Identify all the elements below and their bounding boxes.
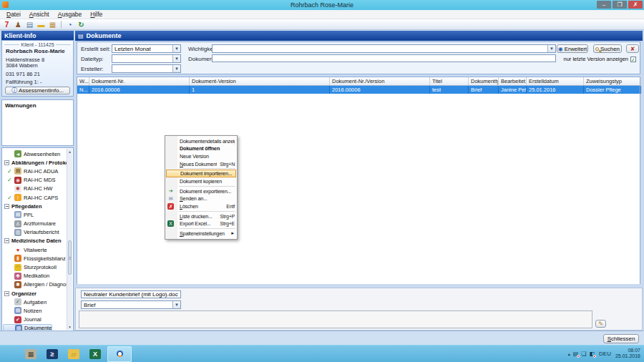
powershell-icon[interactable]: ≥ <box>43 346 62 362</box>
table-row[interactable]: N...2016.0000612016.00006testBriefJanine… <box>77 86 640 94</box>
sidebar-item-fl-ssigkeitsbilanz[interactable]: ▮Flüssigkeitsbilanz <box>3 254 67 263</box>
file-explorer-icon[interactable]: ▱ <box>64 346 83 362</box>
ersteller-select[interactable]: ▼ <box>112 64 181 73</box>
window-controls: – ❐ ✗ <box>597 1 643 9</box>
doctype-select[interactable]: Brief ▼ <box>81 300 181 309</box>
menu-ansicht[interactable]: Ansicht <box>26 11 53 18</box>
client-icon[interactable]: ♟ <box>14 20 23 29</box>
organizer-icon[interactable]: ▦ <box>48 20 57 29</box>
sidebar-item-rai-hc-mds[interactable]: ✓◉RAI-HC MDS <box>3 176 67 185</box>
clear-filter-button[interactable]: ✘ <box>626 44 639 53</box>
menu-hilfe[interactable]: Hilfe <box>87 11 106 18</box>
planning-icon[interactable]: ▤ <box>25 20 34 29</box>
maximize-button[interactable]: ❐ <box>613 1 627 9</box>
audio-status-icon[interactable]: ◧ <box>590 351 595 357</box>
context-menu-label: Dokument importieren... <box>180 170 233 177</box>
sidebar-item-vitalwerte[interactable]: ♥Vitalwerte <box>3 245 67 254</box>
column-header-w[interactable]: W... <box>77 77 89 85</box>
close-icon[interactable]: ✗ <box>628 1 643 9</box>
menu-ausgabe[interactable]: Ausgabe <box>54 11 86 18</box>
tree-item-label: Aufgaben <box>24 299 47 305</box>
sidebar-item-notizen[interactable]: ▤Notizen <box>3 306 67 315</box>
week-overview-icon[interactable]: 7 <box>2 20 11 29</box>
care-app-icon[interactable] <box>107 346 132 362</box>
tree-section-organizer[interactable]: −Organizer <box>3 289 67 298</box>
note-icon[interactable]: ▬ <box>36 20 46 29</box>
sidebar-item-abwesenheiten[interactable]: ◄Abwesenheiten <box>3 150 67 158</box>
collapse-icon[interactable]: − <box>4 238 9 243</box>
tray-expand-icon[interactable]: ▴ <box>568 351 570 356</box>
sidebar-item-rai-hc-adua[interactable]: ✓▤RAI-HC ADUA <box>3 167 67 175</box>
sidebar-item-arztformulare[interactable]: ♙Arztformulare <box>3 220 67 228</box>
file-status-icon[interactable]: ▤ <box>573 351 579 357</box>
bottom-strip <box>0 331 644 345</box>
context-menu-item-dokumentendetails-anzeigen[interactable]: Dokumentendetails anzeigen... <box>165 137 237 145</box>
taskbar-clock[interactable]: 08:07 25.01.2016 <box>615 348 642 359</box>
column-header-titel[interactable]: Titel <box>430 77 469 85</box>
assessment-info-button[interactable]: ⓘ Assessmentinfo... <box>5 87 70 94</box>
sync-icon[interactable]: ◔ <box>65 20 74 29</box>
sidebar-item-sturzprotokoll[interactable]: ◠Sturzprotokoll <box>3 263 67 271</box>
collapse-icon[interactable]: − <box>4 160 9 165</box>
schliessen-button[interactable]: Schliessen <box>603 334 639 343</box>
menubar: DateiAnsichtAusgabeHilfe <box>0 10 644 19</box>
tree-section-abkl-rungen-protokolle[interactable]: −Abklärungen / Protokolle <box>3 158 67 167</box>
language-indicator[interactable]: DEU <box>597 351 613 357</box>
table-cell: Dossier Pflege <box>584 86 641 94</box>
context-menu-item-dokument-ffnen[interactable]: Dokument öffnen <box>165 145 237 153</box>
excel-icon[interactable]: X <box>86 346 104 362</box>
sidebar-item-journal[interactable]: ✔Journal <box>3 315 67 324</box>
context-menu-item-dokument-importieren[interactable]: Dokument importieren... <box>166 170 236 177</box>
context-menu-item-dokument-exportieren[interactable]: ➔Dokument exportieren... <box>165 187 237 195</box>
sidebar-item-rai-hc-caps[interactable]: ✓!RAI-HC CAPS <box>3 193 67 202</box>
tree-scrollbar[interactable]: ▲ ≡ ▼ <box>67 149 72 330</box>
context-menu-item-dokument-kopieren[interactable]: Dokument kopieren <box>165 177 237 185</box>
erweitert-button[interactable]: ◉ Erweitert <box>557 44 588 53</box>
tree-section-medizinische-daten[interactable]: −Medizinische Daten <box>3 237 67 245</box>
context-menu-item-neue-version[interactable]: Neue Version <box>165 152 237 160</box>
scroll-thumb[interactable]: ≡ <box>68 240 72 275</box>
start-button[interactable] <box>4 350 19 358</box>
column-header-dokument-version[interactable]: Dokument-Version <box>190 77 330 85</box>
context-menu-item-spalteneinstellungen[interactable]: Spalteneinstellungen► <box>165 230 237 238</box>
sidebar-item-verlaufsbericht[interactable]: ▥Verlaufsbericht <box>3 228 67 237</box>
erstellt-seit-select[interactable]: Letzten Monat ▼ <box>112 44 181 53</box>
sidebar-item-ppl[interactable]: ▤PPL <box>3 210 67 219</box>
collapse-icon[interactable]: − <box>4 204 9 209</box>
sidebar-item-medikation[interactable]: ✚Medikation <box>3 272 67 280</box>
nur-letzte-checkbox[interactable]: ✓ <box>630 57 636 62</box>
description-textarea[interactable] <box>79 310 592 328</box>
context-menu-item-liste-drucken[interactable]: Liste drucken...Strg+P <box>165 212 237 220</box>
edit-button[interactable]: ✎ <box>595 320 606 328</box>
collapse-icon[interactable]: − <box>4 291 9 296</box>
dateityp-select[interactable]: ▼ <box>112 54 181 63</box>
dokument-nr-input[interactable] <box>212 54 556 62</box>
context-menu-item-neues-dokument[interactable]: Neues Dokument...Strg+N <box>165 160 237 168</box>
sidebar-item-allergien-diagnosen[interactable]: ✱Allergien / Diagnosen... <box>3 280 67 289</box>
server-manager-icon[interactable]: ▦ <box>21 346 40 362</box>
column-header-label: Dokumenttyp <box>471 78 499 84</box>
wichtigkeit-select[interactable]: ▼ <box>212 44 556 53</box>
suchen-button[interactable]: Suchen <box>593 44 622 53</box>
refresh-icon[interactable]: ↻ <box>77 20 86 29</box>
column-header-dokument-nr[interactable]: Dokument-Nr. <box>89 77 190 85</box>
sidebar-item-rai-hc-hw[interactable]: ✺RAI-HC HW <box>3 185 67 193</box>
scroll-down-icon[interactable]: ▼ <box>67 325 72 329</box>
column-header-dokument-nr-version[interactable]: Dokument-Nr./Version <box>330 77 430 85</box>
column-header-zuweisungstyp[interactable]: Zuweisungstyp <box>584 77 641 85</box>
scroll-up-icon[interactable]: ▲ <box>67 150 72 154</box>
column-header-dokumenttyp[interactable]: Dokumenttyp <box>469 77 499 85</box>
ersteller-label: Ersteller: <box>81 66 104 72</box>
sidebar-item-aufgaben[interactable]: ✓Aufgaben <box>3 298 67 306</box>
tree-section-pflegedaten[interactable]: −Pflegedaten <box>3 202 67 210</box>
display-icon[interactable]: ❏ <box>581 351 586 357</box>
tree-item-label: RAI-HC HW <box>24 185 52 192</box>
minimize-button[interactable]: – <box>597 1 611 9</box>
filename-field[interactable] <box>81 290 181 298</box>
column-header-erstelldatum[interactable]: Erstelldatum <box>527 77 584 85</box>
context-menu-item-export-excel[interactable]: XExport Excel...Strg+E <box>165 220 237 228</box>
context-menu-item-senden-an[interactable]: ✉Senden an... <box>165 195 237 203</box>
menu-datei[interactable]: Datei <box>3 11 24 18</box>
column-header-bearbeitet[interactable]: Bearbeitet...▴ <box>499 77 527 85</box>
context-menu-item-l-schen[interactable]: ✗LöschenEntf <box>165 202 237 210</box>
